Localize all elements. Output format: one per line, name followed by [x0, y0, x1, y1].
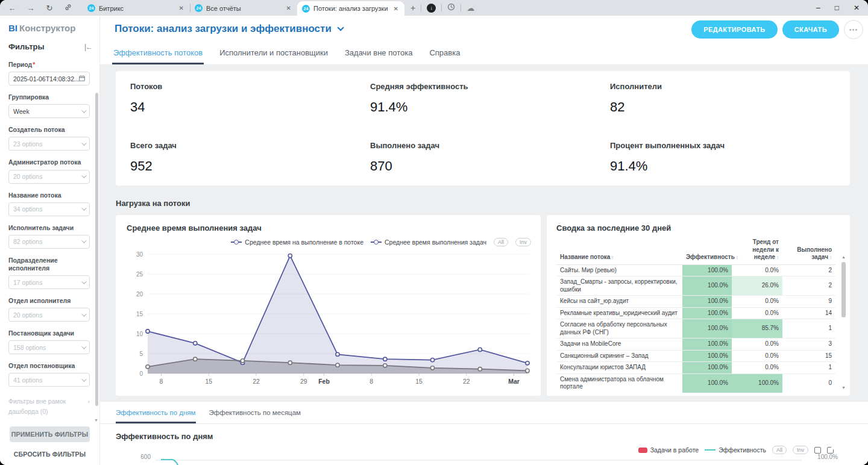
legend-all-button[interactable]: All: [494, 238, 508, 246]
efficiency-tab-0[interactable]: Эффективность по дням: [116, 409, 196, 423]
svg-text:29: 29: [300, 378, 307, 385]
svg-text:15: 15: [136, 311, 143, 317]
back-icon[interactable]: ←: [7, 4, 17, 13]
tab-2[interactable]: Задачи вне потока: [344, 48, 414, 64]
divider: [421, 4, 421, 11]
scroll-up-icon[interactable]: ▲: [841, 255, 846, 259]
sort-icon[interactable]: ↕: [776, 255, 779, 260]
efficiency-line-chart[interactable]: [116, 455, 852, 465]
summary-column-header[interactable]: Тренд от недели к неделе↕: [732, 237, 782, 264]
page-title[interactable]: Потоки: анализ загрузки и эффективности: [115, 23, 342, 35]
browser-chrome-bar: ← → ↻ 24Битрикс✕24Все отчёты✕24Потоки: а…: [0, 0, 868, 16]
flow-name-cell: Санкционный скрининг – Запад: [556, 350, 682, 362]
efficiency-tab-1[interactable]: Эффективность по месяцам: [209, 409, 301, 423]
filter-select[interactable]: 82 options: [8, 235, 90, 249]
done-cell: 3: [782, 339, 835, 351]
filter-select[interactable]: 41 options: [8, 373, 90, 387]
filter-label: Исполнитель задачи: [8, 224, 90, 232]
filter-select[interactable]: 34 options: [8, 202, 90, 216]
more-options-button[interactable]: •••: [844, 20, 863, 39]
filter-group: Постановщик задачи158 options: [8, 329, 90, 354]
flow-name-cell: Задачи на MobileCore: [556, 339, 682, 351]
summary-column-header[interactable]: Выполнено задач↕: [782, 237, 835, 264]
tab-3[interactable]: Справка: [428, 48, 461, 64]
filter-group: Исполнитель задачи82 options: [8, 224, 90, 249]
table-row: Согласие на обработку персональных данны…: [556, 319, 835, 339]
history-clock-icon[interactable]: [447, 3, 455, 13]
summary-column-header[interactable]: Эффективность↕: [682, 237, 732, 264]
filter-select[interactable]: 158 options: [8, 340, 90, 354]
outside-filters-link[interactable]: Фильтры вне рамок дашборда (0)›: [8, 396, 90, 417]
efficiency-cell: 100.0%: [682, 307, 732, 319]
sidebar-scrollbar[interactable]: [95, 93, 98, 406]
sidebar-scroll-down-icon[interactable]: ▼: [94, 418, 98, 422]
minimize-icon[interactable]: –: [816, 4, 820, 12]
legend-inv-button[interactable]: Inv: [515, 238, 531, 246]
browser-tab[interactable]: 24Все отчёты✕: [190, 1, 297, 16]
kpi-value: 82: [610, 99, 850, 115]
browser-tab-title: Потоки: анализ загрузки и эф: [313, 5, 389, 12]
filter-value: 20 options: [13, 173, 81, 180]
filter-select[interactable]: 20 options: [8, 308, 90, 322]
forward-icon[interactable]: →: [26, 4, 36, 13]
filter-label: Название потока: [8, 192, 90, 199]
close-icon[interactable]: ✕: [854, 4, 860, 12]
table-row: Рекламные креативы_юридический аудит100.…: [556, 307, 835, 319]
browser-tab[interactable]: 24Битрикс✕: [83, 1, 190, 16]
sort-icon[interactable]: ↕: [736, 255, 738, 260]
summary-table: Название потока↕Эффективность↕Тренд от н…: [556, 237, 835, 393]
new-tab-icon[interactable]: +: [410, 3, 415, 13]
maximize-icon[interactable]: □: [835, 4, 839, 12]
filter-select[interactable]: 17 options: [8, 275, 90, 289]
dashboard-content: Потоков34Средняя эффективность91.4%Испол…: [100, 65, 868, 465]
tab-close-icon[interactable]: ✕: [392, 5, 400, 12]
collapse-sidebar-icon[interactable]: |←: [84, 43, 92, 51]
zoom-select-icon[interactable]: [814, 447, 821, 454]
tab-close-icon[interactable]: ✕: [285, 5, 292, 11]
apply-filters-button[interactable]: ПРИМЕНИТЬ ФИЛЬТРЫ: [10, 426, 90, 442]
svg-text:25: 25: [136, 271, 143, 278]
legend-all-button[interactable]: All: [772, 446, 787, 454]
red-bar-swatch-icon: [638, 448, 647, 453]
downloads-icon[interactable]: ↓: [427, 4, 436, 13]
legend-item-flow[interactable]: Среднее время на выполнение в потоке: [231, 239, 363, 246]
filter-select[interactable]: Week: [8, 104, 90, 118]
link-icon[interactable]: [63, 4, 73, 13]
scroll-down-icon[interactable]: ▼: [841, 385, 846, 390]
trend-cell: 0.0%: [732, 264, 782, 276]
browser-tab[interactable]: 24Потоки: анализ загрузки и эф✕: [297, 1, 404, 16]
zoom-reset-icon[interactable]: [827, 447, 834, 454]
sort-icon[interactable]: ↕: [829, 255, 832, 260]
filter-value: 41 options: [13, 376, 81, 384]
trend-cell: 85.7%: [732, 319, 782, 339]
filter-label: Подразделение исполнителя: [8, 257, 90, 272]
reset-filters-button[interactable]: СБРОСИТЬ ФИЛЬТРЫ: [10, 451, 90, 458]
scrollbar-thumb[interactable]: [841, 262, 846, 317]
legend-inv-button[interactable]: Inv: [793, 446, 808, 454]
avg-time-chart-card: Среднее время выполнения задач Среднее в…: [116, 215, 541, 396]
reload-icon[interactable]: ↻: [45, 4, 54, 13]
period-input[interactable]: 2025-01-06T14:08:32...: [8, 72, 90, 86]
divider: [441, 4, 442, 11]
legend-item-efficiency[interactable]: Эффективность: [705, 446, 766, 454]
tab-1[interactable]: Исполнители и постановщики: [218, 48, 329, 64]
summary-column-header[interactable]: Название потока↕: [556, 237, 682, 264]
efficiency-section-title: Эффективность по дням: [100, 424, 868, 441]
download-button[interactable]: СКАЧАТЬ: [782, 20, 839, 39]
table-scrollbar[interactable]: ▲ ▼: [841, 255, 846, 390]
flow-name-cell: Консультации юристов ЗАПАД: [556, 362, 682, 374]
chevron-down-icon: [81, 108, 86, 113]
edit-button[interactable]: РЕДАКТИРОВАТЬ: [691, 20, 777, 39]
table-row: Запад_Смарты - запросы, корректировки, о…: [556, 276, 835, 296]
flow-name-cell: Кейсы на сайт_юр.аудит: [556, 296, 682, 308]
cloud-icon[interactable]: ☁: [467, 4, 474, 13]
filter-select[interactable]: 20 options: [8, 170, 90, 184]
flow-name-cell: Сайты. Мир (ревью): [556, 264, 682, 276]
tab-0[interactable]: Эффективность потоков: [112, 48, 204, 64]
sort-icon[interactable]: ↕: [611, 255, 614, 260]
filter-select[interactable]: 23 options: [8, 137, 90, 151]
legend-item-in-work[interactable]: Задачи в работе: [638, 446, 699, 454]
avg-time-line-chart[interactable]: 0510152025308152229Feb81522Mar: [127, 249, 532, 389]
legend-item-tasks[interactable]: Среднее время выполнения задач: [371, 239, 486, 246]
tab-close-icon[interactable]: ✕: [178, 5, 185, 11]
